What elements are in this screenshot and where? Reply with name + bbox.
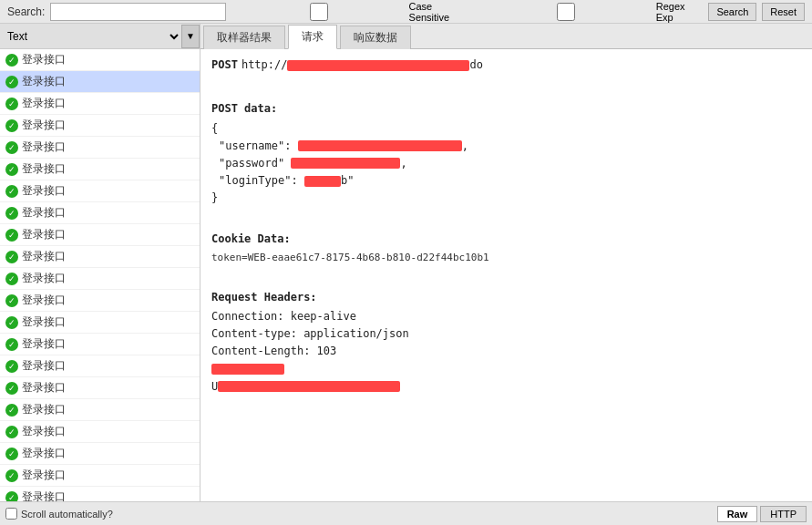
case-sensitive-group: Case Sensitive bbox=[231, 1, 473, 23]
url-redacted bbox=[287, 60, 469, 71]
scroll-auto-group: Scroll automatically? bbox=[5, 508, 113, 520]
list-item-label: 登录接口 bbox=[22, 161, 66, 177]
scroll-auto-label: Scroll automatically? bbox=[21, 509, 113, 520]
useragent-prefix: U bbox=[211, 380, 218, 393]
list-item-label: 登录接口 bbox=[22, 74, 66, 89]
logintype-suffix: b" bbox=[341, 174, 354, 187]
list-item[interactable]: ✓登录接口 bbox=[0, 71, 200, 93]
search-bar: Search: Case Sensitive Regex Exp Search … bbox=[0, 0, 812, 24]
list-item[interactable]: ✓登录接口 bbox=[0, 268, 200, 290]
status-icon: ✓ bbox=[5, 141, 18, 154]
raw-tab[interactable]: Raw bbox=[717, 506, 758, 522]
tab-response-data[interactable]: 响应数据 bbox=[340, 26, 411, 49]
list-item-label: 登录接口 bbox=[22, 139, 66, 155]
list-item[interactable]: ✓登录接口 bbox=[0, 115, 200, 137]
logintype-value-redacted bbox=[304, 176, 341, 187]
list-item-label: 登录接口 bbox=[22, 249, 66, 264]
list-item[interactable]: ✓登录接口 bbox=[0, 421, 200, 443]
list-item[interactable]: ✓登录接口 bbox=[0, 465, 200, 487]
list-item-label: 登录接口 bbox=[22, 96, 66, 111]
content-area: POST http:// do POST data: { "username":… bbox=[200, 49, 812, 501]
logintype-line: "loginType": b" bbox=[211, 172, 801, 190]
regex-checkbox[interactable] bbox=[478, 3, 653, 21]
list-item[interactable]: ✓登录接口 bbox=[0, 399, 200, 421]
search-button[interactable]: Search bbox=[708, 3, 756, 21]
main-content: Text ▼ ✓登录接口✓登录接口✓登录接口✓登录接口✓登录接口✓登录接口✓登录… bbox=[0, 24, 812, 501]
host-redacted bbox=[211, 364, 284, 375]
status-icon: ✓ bbox=[5, 163, 18, 176]
tab-sampler-result[interactable]: 取样器结果 bbox=[203, 26, 285, 49]
status-icon: ✓ bbox=[5, 229, 18, 242]
useragent-redacted bbox=[218, 381, 400, 392]
dropdown-arrow[interactable]: ▼ bbox=[181, 25, 200, 48]
tabs-row: 取样器结果 请求 响应数据 bbox=[200, 24, 812, 49]
content-type-line: Content-type: application/json bbox=[211, 325, 801, 343]
list-item-label: 登录接口 bbox=[22, 183, 66, 199]
status-icon: ✓ bbox=[5, 448, 18, 460]
status-icon: ✓ bbox=[5, 207, 18, 220]
password-value-redacted bbox=[291, 158, 400, 169]
list-item-label: 登录接口 bbox=[22, 358, 66, 374]
list-item-label: 登录接口 bbox=[22, 424, 66, 439]
list-item[interactable]: ✓登录接口 bbox=[0, 487, 200, 501]
tab-request[interactable]: 请求 bbox=[288, 25, 337, 49]
list-item[interactable]: ✓登录接口 bbox=[0, 290, 200, 312]
list-item[interactable]: ✓登录接口 bbox=[0, 180, 200, 202]
status-icon: ✓ bbox=[5, 404, 18, 417]
username-comma: , bbox=[462, 139, 468, 152]
list-item[interactable]: ✓登录接口 bbox=[0, 334, 200, 355]
username-line: "username": , bbox=[211, 138, 801, 155]
filter-dropdown[interactable]: Text bbox=[0, 25, 181, 48]
status-icon: ✓ bbox=[5, 360, 18, 373]
list-item[interactable]: ✓登录接口 bbox=[0, 355, 200, 377]
cookie-token: token=WEB-eaae61c7-8175-4b68-b810-d22f44… bbox=[211, 250, 801, 266]
password-key: "password" bbox=[219, 157, 291, 170]
list-item-label: 登录接口 bbox=[22, 314, 66, 330]
list-item[interactable]: ✓登录接口 bbox=[0, 312, 200, 334]
list-item[interactable]: ✓登录接口 bbox=[0, 49, 200, 71]
post-url-line: POST http:// do bbox=[211, 57, 801, 74]
list-item[interactable]: ✓登录接口 bbox=[0, 159, 200, 180]
list-item[interactable]: ✓登录接口 bbox=[0, 93, 200, 115]
reset-button[interactable]: Reset bbox=[762, 3, 805, 21]
post-url-text: http:// do bbox=[242, 57, 483, 74]
username-value-redacted bbox=[298, 140, 462, 151]
status-icon: ✓ bbox=[5, 273, 18, 285]
logintype-key: "loginType": bbox=[219, 174, 304, 187]
cookie-data-label: Cookie Data: bbox=[211, 231, 801, 248]
list-item[interactable]: ✓登录接口 bbox=[0, 246, 200, 268]
regex-label: Regex Exp bbox=[656, 1, 704, 23]
search-input[interactable] bbox=[50, 3, 225, 21]
list-item[interactable]: ✓登录接口 bbox=[0, 443, 200, 465]
status-icon: ✓ bbox=[5, 426, 18, 438]
status-icon: ✓ bbox=[5, 54, 18, 67]
list-item[interactable]: ✓登录接口 bbox=[0, 137, 200, 159]
status-icon: ✓ bbox=[5, 469, 18, 482]
host-line bbox=[211, 360, 801, 377]
content-length-line: Content-Length: 103 bbox=[211, 343, 801, 360]
list-item-label: 登录接口 bbox=[22, 271, 66, 286]
status-icon: ✓ bbox=[5, 251, 18, 263]
close-brace: } bbox=[211, 190, 801, 207]
http-tab[interactable]: HTTP bbox=[760, 506, 807, 522]
list-item-label: 登录接口 bbox=[22, 52, 66, 67]
open-brace: { bbox=[211, 120, 801, 138]
status-icon: ✓ bbox=[5, 185, 18, 198]
list-item[interactable]: ✓登录接口 bbox=[0, 377, 200, 399]
list-item[interactable]: ✓登录接口 bbox=[0, 202, 200, 224]
status-icon: ✓ bbox=[5, 119, 18, 132]
request-list: ✓登录接口✓登录接口✓登录接口✓登录接口✓登录接口✓登录接口✓登录接口✓登录接口… bbox=[0, 49, 200, 501]
request-headers-label: Request Headers: bbox=[211, 289, 801, 306]
connection-line: Connection: keep-alive bbox=[211, 308, 801, 325]
status-icon: ✓ bbox=[5, 76, 18, 88]
post-method: POST bbox=[211, 57, 238, 74]
list-item-label: 登录接口 bbox=[22, 227, 66, 242]
case-sensitive-checkbox[interactable] bbox=[231, 3, 406, 21]
list-item[interactable]: ✓登录接口 bbox=[0, 224, 200, 246]
list-item-label: 登录接口 bbox=[22, 489, 66, 501]
bottom-bar: Scroll automatically? Raw HTTP bbox=[0, 501, 812, 525]
list-item-label: 登录接口 bbox=[22, 118, 66, 133]
list-item-label: 登录接口 bbox=[22, 380, 66, 396]
scroll-auto-checkbox[interactable] bbox=[5, 508, 17, 520]
regex-group: Regex Exp bbox=[478, 1, 703, 23]
